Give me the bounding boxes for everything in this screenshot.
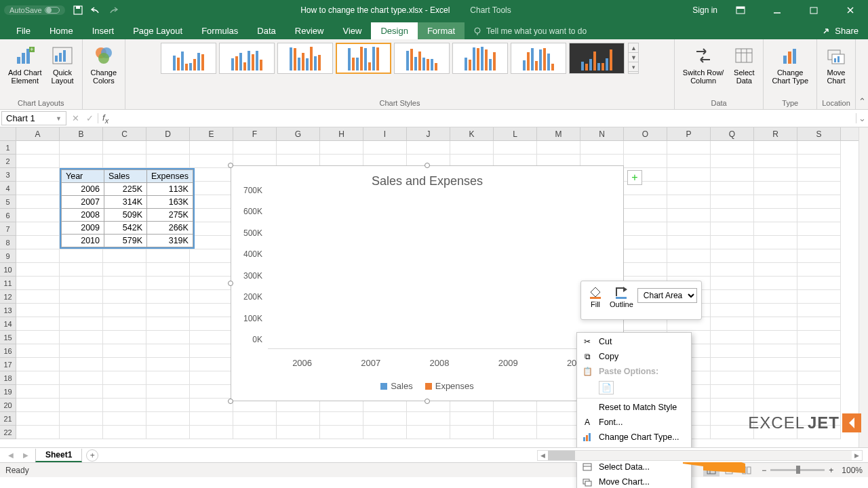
horizontal-scrollbar[interactable]: ◀ ▶ — [537, 450, 863, 461]
menu-change-chart-type[interactable]: Change Chart Type... — [577, 430, 691, 445]
chart-style-thumb[interactable] — [161, 43, 216, 74]
share-button[interactable]: Share — [812, 22, 868, 39]
chart-style-thumb[interactable] — [452, 43, 508, 74]
tab-file[interactable]: File — [7, 22, 40, 39]
move-chart-button[interactable]: Move Chart — [821, 42, 851, 87]
chart-title[interactable]: Sales and Expenses — [231, 174, 623, 188]
row-header[interactable]: 9 — [0, 249, 16, 263]
formula-input[interactable] — [113, 117, 856, 120]
row-header[interactable]: 14 — [0, 317, 16, 331]
row-header[interactable]: 22 — [0, 426, 16, 439]
collapse-ribbon-icon[interactable]: ⌃ — [856, 39, 868, 109]
save-icon[interactable] — [72, 4, 84, 16]
row-header[interactable]: 15 — [0, 331, 16, 344]
column-header[interactable]: L — [494, 127, 537, 140]
row-header[interactable]: 3 — [0, 168, 16, 182]
cancel-formula-icon[interactable]: ✕ — [72, 113, 79, 123]
column-header[interactable]: G — [277, 127, 320, 140]
menu-reset-match-style[interactable]: Reset to Match Style — [577, 400, 691, 415]
enter-formula-icon[interactable]: ✓ — [86, 113, 94, 123]
fx-icon[interactable]: fx — [98, 113, 113, 125]
row-header[interactable]: 4 — [0, 182, 16, 195]
new-sheet-button[interactable]: + — [86, 449, 98, 462]
zoom-in-icon[interactable]: + — [829, 466, 833, 475]
column-header[interactable]: J — [407, 127, 450, 140]
row-header[interactable]: 5 — [0, 195, 16, 209]
chart-style-thumb[interactable] — [336, 43, 391, 74]
zoom-level[interactable]: 100% — [842, 466, 863, 475]
column-header[interactable]: A — [16, 127, 60, 140]
tab-view[interactable]: View — [333, 22, 371, 39]
zoom-slider[interactable] — [770, 469, 825, 471]
column-header[interactable]: K — [450, 127, 494, 140]
column-header[interactable]: I — [363, 127, 407, 140]
menu-move-chart[interactable]: Move Chart... — [577, 474, 691, 488]
tell-me-search[interactable]: Tell me what you want to do — [465, 23, 595, 39]
row-header[interactable]: 2 — [0, 155, 16, 168]
row-header[interactable]: 21 — [0, 412, 16, 426]
chart-elements-button[interactable]: + — [627, 170, 642, 185]
column-header[interactable]: H — [320, 127, 363, 140]
redo-icon[interactable] — [107, 4, 119, 16]
expand-formula-bar-icon[interactable]: ⌄ — [856, 113, 868, 123]
tab-insert[interactable]: Insert — [83, 22, 124, 39]
row-header[interactable]: 8 — [0, 236, 16, 249]
row-header[interactable]: 19 — [0, 385, 16, 399]
column-header[interactable]: C — [103, 127, 146, 140]
row-header[interactable]: 1 — [0, 141, 16, 155]
column-header[interactable]: E — [190, 127, 233, 140]
tab-home[interactable]: Home — [40, 22, 83, 39]
tab-design[interactable]: Design — [371, 22, 417, 39]
embedded-chart[interactable]: Sales and Expenses 0K100K200K300K400K500… — [231, 165, 624, 401]
chart-element-selector[interactable]: Chart Area — [637, 288, 697, 303]
menu-cut[interactable]: ✂Cut — [577, 334, 691, 349]
row-header[interactable]: 16 — [0, 344, 16, 358]
column-header[interactable]: Q — [711, 127, 754, 140]
column-header[interactable]: S — [797, 127, 841, 140]
quick-layout-button[interactable]: Quick Layout — [47, 42, 78, 87]
switch-row-column-button[interactable]: Switch Row/ Column — [679, 42, 728, 87]
menu-font[interactable]: AFont... — [577, 415, 691, 430]
column-header[interactable]: M — [537, 127, 580, 140]
row-header[interactable]: 10 — [0, 263, 16, 277]
row-header[interactable]: 7 — [0, 222, 16, 236]
plot-area[interactable] — [268, 200, 611, 349]
chart-style-thumb[interactable] — [277, 43, 333, 74]
column-header[interactable]: F — [233, 127, 277, 140]
maximize-icon[interactable] — [800, 0, 827, 20]
column-header[interactable]: P — [667, 127, 711, 140]
column-header[interactable]: O — [624, 127, 667, 140]
vertical-scrollbar[interactable] — [859, 127, 868, 447]
row-header[interactable]: 11 — [0, 277, 16, 290]
sign-in-link[interactable]: Sign in — [692, 5, 717, 15]
undo-icon[interactable] — [90, 4, 102, 16]
row-header[interactable]: 18 — [0, 371, 16, 385]
sheet-nav-prev[interactable]: ◀ — [5, 451, 16, 459]
menu-copy[interactable]: ⧉Copy — [577, 349, 691, 364]
change-colors-button[interactable]: Change Colors — [87, 42, 121, 87]
row-header[interactable]: 13 — [0, 304, 16, 317]
autosave-toggle[interactable]: AutoSave — [4, 5, 65, 15]
close-icon[interactable] — [837, 0, 864, 20]
column-header[interactable]: N — [580, 127, 624, 140]
tab-formulas[interactable]: Formulas — [192, 22, 248, 39]
chart-legend[interactable]: Sales Expenses — [231, 381, 623, 391]
sheet-nav-next[interactable]: ▶ — [20, 451, 31, 459]
name-box[interactable]: Chart 1▼ — [1, 111, 66, 125]
minimize-icon[interactable] — [764, 0, 791, 20]
column-header[interactable]: D — [146, 127, 190, 140]
select-all-cell[interactable] — [0, 127, 16, 141]
change-chart-type-button[interactable]: Change Chart Type — [768, 42, 812, 87]
style-gallery-scroll[interactable]: ▲▼▾ — [628, 43, 639, 74]
row-header[interactable]: 6 — [0, 209, 16, 222]
tab-format[interactable]: Format — [418, 22, 465, 39]
tab-review[interactable]: Review — [285, 22, 334, 39]
chart-style-thumb[interactable] — [394, 43, 450, 74]
zoom-out-icon[interactable]: − — [762, 466, 766, 475]
row-header[interactable]: 12 — [0, 290, 16, 304]
chart-style-thumb[interactable] — [569, 43, 625, 74]
chart-style-thumb[interactable] — [219, 43, 275, 74]
tab-data[interactable]: Data — [248, 22, 285, 39]
tab-page-layout[interactable]: Page Layout — [123, 22, 192, 39]
row-header[interactable]: 17 — [0, 358, 16, 371]
